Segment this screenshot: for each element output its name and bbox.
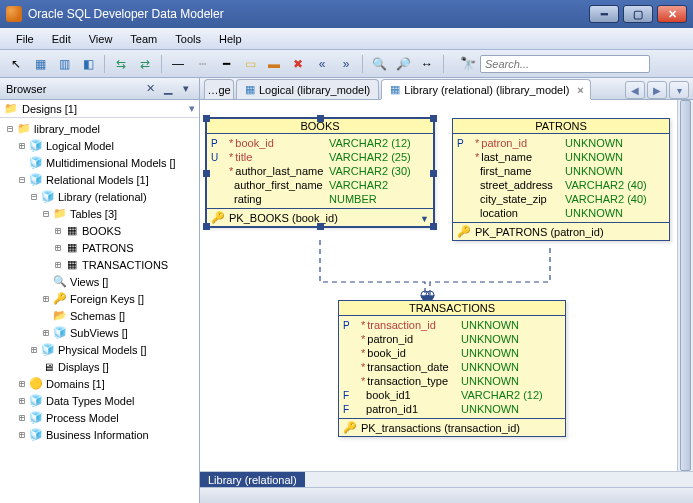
column-row[interactable]: *patron_idUNKNOWN [343,332,561,346]
rewind-icon[interactable]: « [312,54,332,74]
column-row[interactable]: street_addressVARCHAR2 (40) [457,178,665,192]
tree-item[interactable]: ⊞▦PATRONS [2,239,197,256]
tree-item[interactable]: ⊟🧊Relational Models [1] [2,171,197,188]
tree-twisty-icon[interactable]: ⊞ [16,429,28,440]
dropdown-chevron-icon[interactable]: ▾ [189,102,195,115]
sync-icon[interactable]: ⇄ [135,54,155,74]
tree-item[interactable]: ⊞▦TRANSACTIONS [2,256,197,273]
entity-books[interactable]: BOOKS P*book_idVARCHAR2 (12)U*titleVARCH… [206,118,434,227]
tree-item[interactable]: ⊟📁library_model [2,120,197,137]
column-row[interactable]: *transaction_dateUNKNOWN [343,360,561,374]
column-row[interactable]: P*transaction_idUNKNOWN [343,318,561,332]
menu-team[interactable]: Team [122,31,165,47]
column-row[interactable]: P*book_idVARCHAR2 (12) [211,136,429,150]
column-row[interactable]: *author_last_nameVARCHAR2 (30) [211,164,429,178]
tree-twisty-icon[interactable]: ⊟ [4,123,16,134]
minimize-button[interactable]: ━ [589,5,619,23]
tree-twisty-icon[interactable]: ⊞ [16,395,28,406]
tab-prev-icon[interactable]: ◀ [625,81,645,99]
search-input[interactable] [480,55,650,73]
tree-item[interactable]: 🖥Displays [] [2,358,197,375]
column-row[interactable]: *book_idUNKNOWN [343,346,561,360]
vertical-scrollbar[interactable] [677,100,693,471]
tree-twisty-icon[interactable]: ⊞ [52,242,64,253]
fit-icon[interactable]: ↔ [417,54,437,74]
entity-patrons[interactable]: PATRONS P*patron_idUNKNOWN*last_nameUNKN… [452,118,670,241]
column-row[interactable]: author_first_nameVARCHAR2 [211,178,429,192]
tab-close-icon[interactable]: × [577,84,583,96]
entity-transactions[interactable]: TRANSACTIONS P*transaction_idUNKNOWN*pat… [338,300,566,437]
column-row[interactable]: *transaction_typeUNKNOWN [343,374,561,388]
tree-item[interactable]: ⊞🧊Logical Model [2,137,197,154]
panel-minimize-icon[interactable]: ▁ [161,82,175,96]
tree-item[interactable]: ⊞🧊Physical Models [] [2,341,197,358]
link-icon[interactable]: — [168,54,188,74]
object-tree[interactable]: ⊟📁library_model⊞🧊Logical Model🧊Multidime… [0,118,199,503]
tree-item[interactable]: 🔍Views [] [2,273,197,290]
tree-twisty-icon[interactable]: ⊞ [40,327,52,338]
tree-twisty-icon[interactable]: ⊞ [16,140,28,151]
column-row[interactable]: F patron_id1UNKNOWN [343,402,561,416]
tree-twisty-icon[interactable]: ⊞ [16,378,28,389]
tree-item[interactable]: ⊟📁Tables [3] [2,205,197,222]
zoom-in-icon[interactable]: 🔍 [369,54,389,74]
panel-menu-icon[interactable]: ▾ [179,82,193,96]
designs-dropdown[interactable]: 📁 Designs [1] ▾ [0,100,199,118]
delete-icon[interactable]: ✖ [288,54,308,74]
tree-item[interactable]: 📂Schemas [] [2,307,197,324]
tree-item[interactable]: ⊟🧊Library (relational) [2,188,197,205]
tree-twisty-icon[interactable]: ⊞ [52,259,64,270]
tree-item[interactable]: ⊞🧊Process Model [2,409,197,426]
column-row[interactable]: city_state_zipVARCHAR2 (40) [457,192,665,206]
menu-tools[interactable]: Tools [167,31,209,47]
binoculars-icon[interactable]: 🔭 [460,56,476,71]
tree-item[interactable]: ⊞🧊Business Information [2,426,197,443]
column-row[interactable]: U*titleVARCHAR2 (25) [211,150,429,164]
tree-item[interactable]: ⊞🔑Foreign Keys [] [2,290,197,307]
tab-overflow[interactable]: …ge [204,79,234,99]
view-tool-icon[interactable]: ▥ [54,54,74,74]
pointer-tool-icon[interactable]: ↖ [6,54,26,74]
engineer-icon[interactable]: ⇆ [111,54,131,74]
diagram-canvas[interactable]: BOOKS P*book_idVARCHAR2 (12)U*titleVARCH… [200,100,677,471]
table-tool-icon[interactable]: ▦ [30,54,50,74]
tab-library-relational[interactable]: ▦ Library (relational) (library_model) × [381,79,591,99]
bold-link-icon[interactable]: ━ [216,54,236,74]
tree-twisty-icon[interactable]: ⊞ [40,293,52,304]
menu-view[interactable]: View [81,31,121,47]
tab-logical[interactable]: ▦ Logical (library_model) [236,79,379,99]
tree-item[interactable]: ⊞🧊SubViews [] [2,324,197,341]
tree-twisty-icon[interactable]: ⊞ [16,412,28,423]
tree-item[interactable]: 🧊Multidimensional Models [] [2,154,197,171]
column-row[interactable]: ratingNUMBER [211,192,429,206]
menu-edit[interactable]: Edit [44,31,79,47]
close-button[interactable]: ✕ [657,5,687,23]
maximize-button[interactable]: ▢ [623,5,653,23]
dotted-link-icon[interactable]: ┄ [192,54,212,74]
tree-twisty-icon[interactable]: ⊟ [16,174,28,185]
tree-item[interactable]: ⊞🧊Data Types Model [2,392,197,409]
horizontal-scrollbar[interactable]: Library (relational) [200,471,693,487]
panel-close-icon[interactable]: ✕ [143,82,157,96]
split-tool-icon[interactable]: ◧ [78,54,98,74]
tree-twisty-icon[interactable]: ⊟ [40,208,52,219]
tree-twisty-icon[interactable]: ⊟ [28,191,40,202]
expand-chevron-icon[interactable]: ▼ [420,214,429,224]
note-icon[interactable]: ▭ [240,54,260,74]
tree-item[interactable]: ⊞▦BOOKS [2,222,197,239]
tree-item[interactable]: ⊞🟡Domains [1] [2,375,197,392]
column-row[interactable]: first_nameUNKNOWN [457,164,665,178]
tab-next-icon[interactable]: ▶ [647,81,667,99]
forward-icon[interactable]: » [336,54,356,74]
column-row[interactable]: *last_nameUNKNOWN [457,150,665,164]
tab-list-icon[interactable]: ▾ [669,81,689,99]
tree-twisty-icon[interactable]: ⊞ [52,225,64,236]
bottom-tab[interactable]: Library (relational) [200,472,305,488]
menu-file[interactable]: File [8,31,42,47]
column-row[interactable]: P*patron_idUNKNOWN [457,136,665,150]
column-row[interactable]: locationUNKNOWN [457,206,665,220]
zoom-out-icon[interactable]: 🔎 [393,54,413,74]
column-row[interactable]: F book_id1VARCHAR2 (12) [343,388,561,402]
menu-help[interactable]: Help [211,31,250,47]
region-icon[interactable]: ▬ [264,54,284,74]
